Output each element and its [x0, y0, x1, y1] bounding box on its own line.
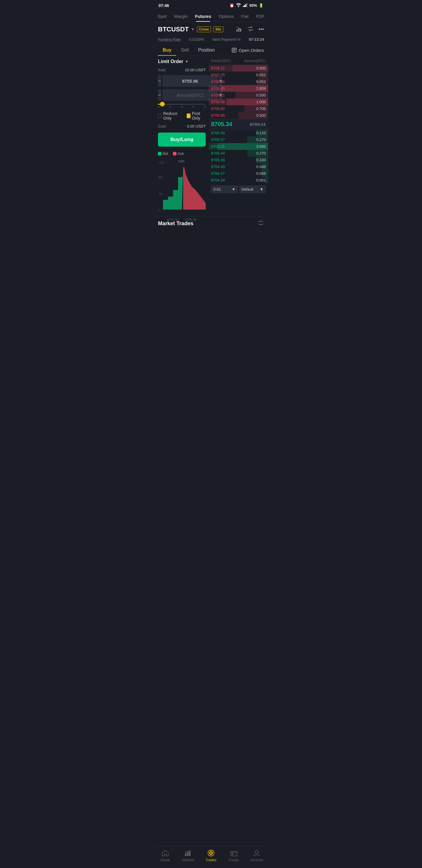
- bid-color-dot: [158, 152, 161, 155]
- post-only-label: Post Only: [192, 111, 206, 121]
- amount-minus-button[interactable]: −: [158, 89, 161, 101]
- tab-options[interactable]: Options: [215, 12, 237, 22]
- spread-row: 8705.34 8709.21: [209, 119, 268, 130]
- next-payment-time: 07:13:24: [249, 37, 264, 42]
- ask-8706-96[interactable]: 8706.96 0.053: [209, 78, 268, 85]
- check-icon: ✓: [187, 114, 190, 118]
- pair-icons: •••: [236, 26, 264, 33]
- bid-legend: Bid: [158, 151, 168, 156]
- cross-badge[interactable]: Cross: [197, 26, 211, 32]
- cost-value: 0.00 USDT: [187, 124, 206, 128]
- reduce-only-option[interactable]: Reduce Only: [158, 111, 182, 121]
- wifi-icon: [236, 3, 241, 8]
- collapse-icon[interactable]: [258, 220, 264, 227]
- tab-margin[interactable]: Margin: [170, 12, 191, 22]
- status-bar: 07:46 ⏰ 93% 🔋: [154, 0, 268, 10]
- spread-ref-price: 8709.21: [250, 122, 266, 127]
- order-type-selector[interactable]: Limit Order ▼: [158, 59, 206, 64]
- svg-text:0: 0: [159, 209, 160, 212]
- svg-rect-5: [236, 29, 238, 32]
- ask-8707[interactable]: 8707.75 0.052: [209, 71, 268, 78]
- buy-long-button[interactable]: Buy/Long: [158, 132, 206, 147]
- svg-rect-8: [236, 26, 238, 28]
- ask-8706-08[interactable]: 8706.08 1.000: [209, 98, 268, 105]
- grouping-select[interactable]: 0.01 ▼: [211, 185, 238, 193]
- bid-8705-34[interactable]: 8705.34 0.100: [209, 157, 268, 163]
- left-panel: Limit Order ▼ Avbl 10.00 USDT − 8755.96 …: [154, 56, 209, 216]
- funding-rate-value: 0.0100%: [189, 37, 204, 42]
- depth-chart-legend: Bid Ask: [158, 151, 206, 156]
- reduce-only-checkbox[interactable]: [158, 114, 162, 118]
- ask-8706-00[interactable]: 8706.00 0.706: [209, 105, 268, 112]
- chart-icon[interactable]: [236, 26, 242, 33]
- main-content: Limit Order ▼ Avbl 10.00 USDT − 8755.96 …: [154, 56, 268, 216]
- top-nav: Spot Margin Futures Options Fiat P2P: [154, 10, 268, 22]
- depth-chart-svg: 1,037 691 346 0 0.00%: [158, 157, 206, 216]
- bid-8705-58[interactable]: 8705.58 0.133: [209, 130, 268, 136]
- right-panel: Price(USDT) Amount(BTC) 8708.11 0.500 87…: [209, 56, 268, 216]
- depth-chart-x-labels: 8705.58 8705.86: [158, 218, 206, 221]
- avbl-label: Avbl: [158, 68, 165, 72]
- svg-text:0.00%: 0.00%: [178, 160, 185, 163]
- ask-8706-21[interactable]: 8706.21 0.500: [209, 92, 268, 98]
- avbl-row: Avbl 10.00 USDT: [158, 68, 206, 72]
- bid-label: Bid: [163, 151, 168, 156]
- more-icon[interactable]: •••: [258, 26, 264, 33]
- leverage-badge[interactable]: 50x: [213, 26, 223, 32]
- transfer-icon[interactable]: [247, 26, 254, 33]
- cost-label: Cost: [158, 124, 166, 128]
- svg-text:1,037: 1,037: [159, 161, 164, 164]
- order-type-label: Limit Order: [158, 59, 183, 64]
- bid-8705-45[interactable]: 8705.45 3.000: [209, 143, 268, 150]
- ask-8708[interactable]: 8708.11 0.500: [209, 65, 268, 71]
- mode-select[interactable]: Default ▼: [239, 185, 266, 193]
- alarm-icon: ⏰: [229, 3, 234, 8]
- bid-8705-44[interactable]: 8705.44 0.270: [209, 150, 268, 157]
- mode-arrow-icon: ▼: [260, 187, 263, 191]
- post-only-checkbox[interactable]: ✓: [187, 114, 191, 118]
- tab-open-orders[interactable]: Open Orders: [231, 44, 264, 56]
- amount-slider[interactable]: [158, 104, 206, 107]
- tab-futures[interactable]: Futures: [192, 12, 215, 22]
- price-input-row: − 8755.96 +: [158, 75, 206, 87]
- tab-fiat[interactable]: Fiat: [238, 12, 252, 22]
- pair-dropdown-icon[interactable]: ▼: [191, 27, 195, 31]
- ask-8706-86[interactable]: 8706.86 2.808: [209, 85, 268, 92]
- ask-legend: Ask: [173, 151, 184, 156]
- next-payment-label: Next Payment In: [213, 37, 240, 42]
- order-type-arrow-icon: ▼: [185, 60, 188, 64]
- price-minus-button[interactable]: −: [158, 75, 161, 87]
- svg-rect-4: [247, 3, 247, 7]
- pair-left: BTCUSDT ▼ Cross 50x: [158, 26, 223, 33]
- bid-8704-37[interactable]: 8704.37 0.048: [209, 170, 268, 177]
- tab-p2p[interactable]: P2P: [253, 12, 268, 22]
- svg-rect-3: [245, 4, 246, 7]
- post-only-option[interactable]: ✓ Post Only: [187, 111, 206, 121]
- svg-rect-6: [238, 28, 239, 32]
- open-orders-label: Open Orders: [238, 48, 264, 53]
- funding-bar: Funding Rate 0.0100% Next Payment In 07:…: [154, 35, 268, 44]
- trade-tabs: Buy Sell Position Open Orders: [154, 44, 268, 56]
- cost-row: Cost 0.00 USDT: [158, 124, 206, 128]
- funding-rate-label[interactable]: Funding Rate: [158, 37, 181, 42]
- tab-sell[interactable]: Sell: [176, 44, 193, 56]
- tab-position[interactable]: Position: [193, 44, 220, 56]
- avbl-value: 10.00 USDT: [185, 68, 206, 72]
- tab-buy[interactable]: Buy: [158, 44, 176, 56]
- ask-label: Ask: [177, 151, 184, 156]
- bid-8704-40[interactable]: 8704.40 0.048: [209, 163, 268, 170]
- market-trades-title: Market Trades: [158, 220, 193, 227]
- svg-rect-2: [244, 5, 245, 7]
- pair-header: BTCUSDT ▼ Cross 50x •••: [154, 22, 268, 35]
- svg-text:691: 691: [159, 176, 162, 179]
- bid-8705-57[interactable]: 8705.57 0.270: [209, 136, 268, 143]
- bid-8704-24[interactable]: 8704.24 0.001: [209, 177, 268, 184]
- ask-color-dot: [173, 152, 176, 155]
- order-options-row: Reduce Only ✓ Post Only: [158, 111, 206, 121]
- pair-name[interactable]: BTCUSDT: [158, 26, 189, 33]
- status-right: ⏰ 93% 🔋: [229, 3, 263, 8]
- reduce-only-label: Reduce Only: [163, 111, 182, 121]
- tab-spot[interactable]: Spot: [154, 12, 170, 22]
- ask-8705-86[interactable]: 8705.86 0.500: [209, 112, 268, 119]
- battery-icon: 🔋: [259, 3, 263, 8]
